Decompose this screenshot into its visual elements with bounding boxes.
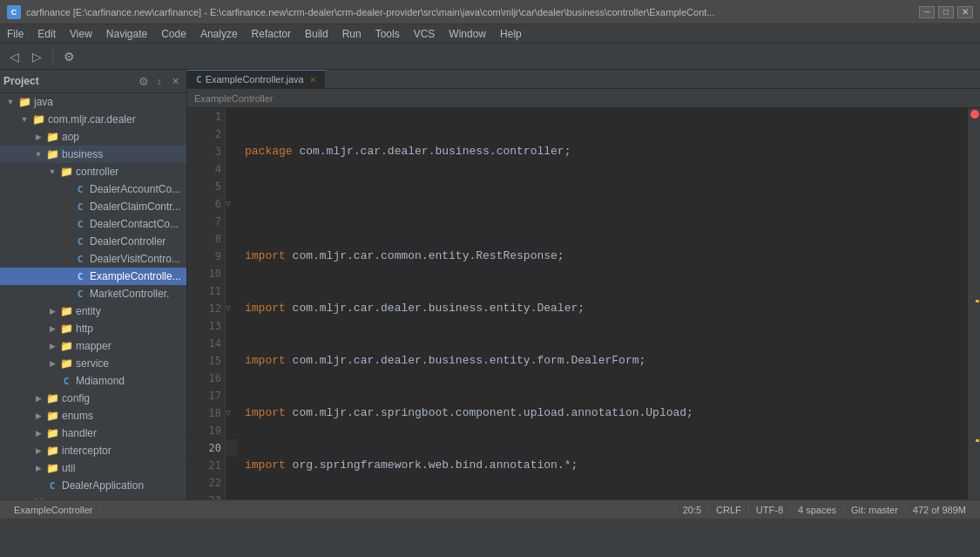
fold-btn-18[interactable]: ▽	[226, 404, 238, 422]
code-line-7: import org.springframework.web.bind.anno…	[245, 457, 961, 474]
sidebar-item-enums[interactable]: ▶ 📁 enums	[0, 407, 186, 425]
folder-icon: 📁	[45, 444, 59, 458]
line-num-23: 23	[187, 492, 221, 499]
toolbar: ◁ ▷ ⚙	[0, 44, 980, 70]
status-encoding[interactable]: UTF-8	[748, 505, 790, 515]
tab-label: ExampleController.java	[206, 74, 304, 85]
arrow-icon: ▶	[31, 130, 45, 144]
class-icon-c: C	[73, 234, 87, 248]
status-position[interactable]: 20:5	[675, 505, 708, 515]
sidebar-label-business: business	[62, 148, 103, 160]
sidebar-item-interceptor[interactable]: ▶ 📁 interceptor	[0, 442, 186, 459]
code-editor[interactable]: package com.mljr.car.dealer.business.con…	[238, 108, 968, 499]
sidebar-label-dealer-application: DealerApplication	[62, 479, 144, 492]
folder-icon: 📁	[45, 409, 59, 423]
sidebar-label-mdiamond: Mdiamond	[76, 375, 125, 387]
status-filename: ExampleController	[7, 505, 100, 515]
sidebar-item-market-controller[interactable]: ▶ C MarketController.	[0, 285, 186, 302]
window-controls: ─ □ ✕	[919, 6, 973, 18]
menu-tools[interactable]: Tools	[368, 24, 407, 43]
sidebar-label-com-mljr: com.mljr.car.dealer	[48, 113, 136, 126]
status-vcs[interactable]: Git: master	[843, 505, 905, 515]
folder-icon: 📁	[59, 322, 73, 336]
status-indent[interactable]: 4 spaces	[790, 505, 843, 515]
restore-button[interactable]: □	[938, 6, 954, 18]
sidebar-item-dealer-claim[interactable]: ▶ C DealerClaimContr...	[0, 198, 186, 215]
sidebar-item-entity[interactable]: ▶ 📁 entity	[0, 302, 186, 320]
sidebar-item-dealer-controller[interactable]: ▶ C DealerController	[0, 233, 186, 250]
sidebar-item-http[interactable]: ▶ 📁 http	[0, 320, 186, 337]
class-icon-c: C	[73, 200, 87, 214]
right-scroll-gutter[interactable]	[968, 108, 980, 499]
sidebar-item-aop[interactable]: ▶ 📁 aop	[0, 128, 186, 146]
status-line-ending[interactable]: CRLF	[708, 505, 748, 515]
sidebar-item-service[interactable]: ▶ 📁 service	[0, 355, 186, 372]
sidebar-label-http: http	[76, 323, 93, 335]
sidebar-label-dealer-claim: DealerClaimContr...	[90, 200, 181, 213]
arrow-icon: ▶	[17, 496, 31, 499]
tab-example-controller[interactable]: C ExampleController.java ✕	[187, 70, 326, 88]
toolbar-btn-1[interactable]: ◁	[3, 46, 24, 67]
minimize-button[interactable]: ─	[919, 6, 935, 18]
tab-close-icon[interactable]: ✕	[309, 75, 316, 85]
folder-icon: 📁	[31, 112, 45, 126]
menu-navigate[interactable]: Navigate	[99, 24, 154, 43]
menu-vcs[interactable]: VCS	[407, 24, 443, 43]
arrow-icon: ▼	[3, 95, 17, 109]
fold-btn-12[interactable]: ▽	[226, 300, 238, 317]
sidebar-title: Project	[3, 75, 39, 87]
sidebar-item-mapper[interactable]: ▶ 📁 mapper	[0, 337, 186, 355]
sidebar-item-dealer-application[interactable]: ▶ C DealerApplication	[0, 477, 186, 494]
toolbar-btn-3[interactable]: ⚙	[58, 46, 79, 67]
menu-view[interactable]: View	[63, 24, 99, 43]
menu-code[interactable]: Code	[154, 24, 193, 43]
menu-refactor[interactable]: Refactor	[245, 24, 298, 43]
sidebar-item-resources[interactable]: ▶ 📁 resources	[0, 494, 186, 499]
menu-build[interactable]: Build	[298, 24, 335, 43]
toolbar-btn-2[interactable]: ▷	[26, 46, 47, 67]
sidebar-close-icon[interactable]: ✕	[167, 73, 183, 89]
sidebar-item-dealer-account[interactable]: ▶ C DealerAccountCo...	[0, 180, 186, 198]
menu-edit[interactable]: Edit	[30, 24, 63, 43]
sidebar-item-java[interactable]: ▼ 📁 java	[0, 93, 186, 111]
close-button[interactable]: ✕	[957, 6, 973, 18]
sidebar-item-mdiamond[interactable]: ▶ C Mdiamond	[0, 372, 186, 390]
sidebar-sort-icon[interactable]: ↕	[152, 73, 167, 89]
error-marker-top	[970, 110, 979, 119]
fold-btn-6[interactable]: ▽	[226, 195, 238, 213]
project-tree: ▼ 📁 java ▼ 📁 com.mljr.car.dealer ▶ 📁 aop…	[0, 93, 186, 499]
line-numbers-gutter: 1 2 3 4 5 6 7 8 9 10 11 12 13 14 15 16 1	[187, 108, 226, 499]
sidebar-label-entity: entity	[76, 305, 101, 317]
class-icon-c: C	[73, 252, 87, 266]
code-line-2	[245, 195, 961, 213]
status-memory[interactable]: 472 of 989M	[905, 505, 973, 515]
menu-help[interactable]: Help	[493, 24, 529, 43]
sidebar-item-util[interactable]: ▶ 📁 util	[0, 459, 186, 477]
sidebar-item-dealer-visit[interactable]: ▶ C DealerVisitContro...	[0, 250, 186, 268]
sidebar-item-example-controller[interactable]: ▶ C ExampleControlle...	[0, 268, 186, 285]
sidebar-item-dealer-contact[interactable]: ▶ C DealerContactCo...	[0, 215, 186, 233]
sidebar-item-controller[interactable]: ▼ 📁 controller	[0, 163, 186, 180]
arrow-icon: ▶	[31, 461, 45, 475]
menu-bar: File Edit View Navigate Code Analyze Ref…	[0, 24, 980, 44]
main-layout: Project ⚙ ↕ ✕ ▼ 📁 java ▼ 📁 com.mljr.car.…	[0, 70, 980, 499]
menu-analyze[interactable]: Analyze	[193, 24, 245, 43]
line-num-4: 4	[187, 160, 221, 178]
sidebar-label-service: service	[76, 357, 109, 370]
line-num-9: 9	[187, 248, 221, 265]
arrow-icon: ▶	[45, 304, 59, 318]
arrow-icon: ▶	[45, 357, 59, 370]
menu-file[interactable]: File	[0, 24, 30, 43]
editor-pane: C ExampleController.java ✕ ExampleContro…	[187, 70, 980, 499]
menu-run[interactable]: Run	[335, 24, 368, 43]
sidebar-item-business[interactable]: ▼ 📁 business	[0, 146, 186, 163]
status-bar: ExampleController 20:5 CRLF UTF-8 4 spac…	[0, 499, 980, 519]
arrow-icon: ▶	[31, 391, 45, 405]
sidebar-item-handler[interactable]: ▶ 📁 handler	[0, 425, 186, 442]
editor-area[interactable]: 1 2 3 4 5 6 7 8 9 10 11 12 13 14 15 16 1	[187, 108, 980, 499]
sidebar-item-config[interactable]: ▶ 📁 config	[0, 390, 186, 407]
menu-window[interactable]: Window	[442, 24, 493, 43]
sidebar-item-com-mljr[interactable]: ▼ 📁 com.mljr.car.dealer	[0, 111, 186, 128]
line-num-7: 7	[187, 213, 221, 230]
sidebar-gear-icon[interactable]: ⚙	[136, 73, 152, 89]
